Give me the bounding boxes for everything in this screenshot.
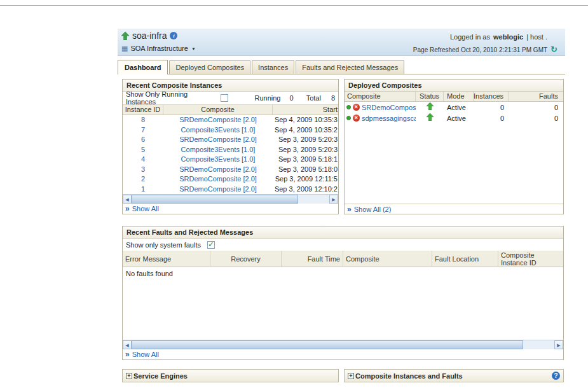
- panel-title: Recent Faults and Rejected Messages: [123, 226, 563, 239]
- tab-dashboard[interactable]: Dashboard: [118, 60, 168, 74]
- logged-in-label: Logged in as: [450, 33, 490, 41]
- table-row[interactable]: 6 SRDemoComposite [2.0] Sep 3, 2009 5:20…: [123, 135, 338, 145]
- faults-table-body: No faults found: [123, 267, 563, 340]
- service-engines-section[interactable]: + Service Engines: [122, 369, 339, 382]
- composite-link[interactable]: Composite3Events [1.0]: [163, 155, 273, 165]
- table-row[interactable]: 1 SRDemoComposite [2.0] Sep 3, 2009 12:1…: [123, 185, 338, 195]
- deployed-table-header: Composite Status Mode Instances Faults: [345, 92, 563, 102]
- status-up-arrow-icon: [427, 113, 434, 121]
- show-all-link[interactable]: Show All (2): [354, 205, 392, 213]
- instance-id-link[interactable]: 3: [123, 165, 163, 175]
- instance-id-link[interactable]: 2: [123, 174, 163, 185]
- status-up-arrow-icon: [427, 102, 434, 110]
- column-composite: Composite: [345, 92, 416, 101]
- running-count: 0: [290, 94, 294, 102]
- composite-link[interactable]: sdpmessagingsca: [362, 113, 416, 123]
- show-all-link[interactable]: Show All: [132, 205, 159, 212]
- running-filter-checkbox[interactable]: [221, 94, 228, 102]
- status-up-cell: [416, 102, 444, 113]
- composite-link[interactable]: SRDemoComposite [2.0]: [163, 115, 273, 125]
- instances-cell: 0: [474, 102, 509, 113]
- scroll-track[interactable]: [132, 195, 329, 204]
- table-row[interactable]: × SRDemoComposi Active 0 0: [345, 102, 563, 113]
- tab-deployed-composites[interactable]: Deployed Composites: [169, 60, 250, 74]
- horizontal-scrollbar[interactable]: ◀ ▶: [123, 194, 338, 204]
- table-row[interactable]: × sdpmessagingsca Active 0 0: [345, 113, 563, 123]
- composite-link[interactable]: SRDemoComposite [2.0]: [163, 165, 273, 175]
- faults-cell: 0: [509, 102, 563, 113]
- scroll-left-icon[interactable]: ◀: [123, 195, 132, 204]
- horizontal-scrollbar[interactable]: ◀ ▶: [123, 340, 563, 349]
- expand-icon[interactable]: +: [348, 373, 354, 379]
- instance-id-link[interactable]: 5: [123, 145, 163, 155]
- instances-table-body: 8 SRDemoComposite [2.0] Sep 4, 2009 10:3…: [123, 115, 338, 194]
- instance-id-link[interactable]: 6: [123, 135, 163, 145]
- instance-id-link[interactable]: 7: [123, 125, 163, 136]
- start-time: Sep 3, 2009 5:18:1: [273, 155, 338, 165]
- instances-filter-row: Show Only Running Instances Running 0 To…: [123, 92, 338, 105]
- login-separator: |: [526, 33, 528, 41]
- table-row[interactable]: 7 Composite3Events [1.0] Sep 4, 2009 10:…: [123, 125, 338, 136]
- table-row[interactable]: 3 SRDemoComposite [2.0] Sep 3, 2009 5:18…: [123, 165, 338, 175]
- show-all-row: » Show All (2): [345, 204, 563, 214]
- instances-table-header: Instance ID Composite Start: [123, 105, 338, 115]
- column-fault-location: Fault Location: [432, 251, 498, 267]
- table-row[interactable]: 5 Composite3Events [1.0] Sep 3, 2009 5:2…: [123, 145, 338, 155]
- scroll-right-icon[interactable]: ▶: [554, 340, 563, 349]
- scroll-left-icon[interactable]: ◀: [123, 340, 132, 349]
- show-all-icon: »: [125, 205, 130, 212]
- scroll-track[interactable]: [132, 340, 554, 349]
- composite-instances-and-faults-section[interactable]: + Composite Instances and Faults ?: [344, 369, 564, 382]
- green-dot-icon: [346, 116, 351, 120]
- scroll-right-icon[interactable]: ▶: [329, 195, 338, 204]
- mode-cell: Active: [444, 113, 474, 123]
- instance-id-link[interactable]: 8: [123, 115, 163, 125]
- start-time: Sep 3, 2009 5:18:0: [273, 165, 338, 175]
- column-status: Status: [416, 92, 444, 101]
- show-all-icon: »: [125, 351, 130, 358]
- column-error-message: Error Message: [123, 251, 210, 267]
- recent-composite-instances-panel: Recent Composite Instances Show Only Run…: [122, 79, 339, 214]
- logged-in-host: host .: [530, 33, 547, 41]
- column-composite: Composite: [163, 105, 273, 115]
- table-row[interactable]: 2 SRDemoComposite [2.0] Sep 3, 2009 12:1…: [123, 174, 338, 185]
- scroll-thumb[interactable]: [132, 340, 523, 349]
- running-label: Running: [255, 94, 281, 102]
- table-row[interactable]: 8 SRDemoComposite [2.0] Sep 4, 2009 10:3…: [123, 115, 338, 125]
- column-start: Start: [273, 105, 338, 115]
- tab-faults-and-rejected-messages[interactable]: Faults and Rejected Messages: [296, 60, 404, 74]
- page: soa-infra i Logged in as weblogic | host…: [0, 0, 588, 390]
- composite-state-error-icon: ×: [353, 104, 360, 111]
- tab-bar: Dashboard Deployed Composites Instances …: [118, 60, 565, 74]
- soa-infrastructure-menu[interactable]: ▦ SOA Infrastructure ▼: [121, 45, 196, 52]
- tab-instances[interactable]: Instances: [252, 60, 294, 74]
- composite-link[interactable]: Composite3Events [1.0]: [163, 145, 273, 155]
- show-all-icon: »: [347, 205, 352, 213]
- mode-cell: Active: [444, 102, 474, 113]
- scroll-thumb[interactable]: [132, 195, 298, 204]
- login-info: Logged in as weblogic | host .: [450, 33, 547, 41]
- green-dot-icon: [346, 105, 351, 109]
- table-row[interactable]: 4 Composite3Events [1.0] Sep 3, 2009 5:1…: [123, 155, 338, 165]
- target-up-arrow-icon: [121, 32, 129, 40]
- composite-link[interactable]: Composite3Events [1.0]: [163, 125, 273, 136]
- system-faults-checkbox[interactable]: ✓: [207, 241, 215, 249]
- info-icon[interactable]: i: [170, 32, 177, 39]
- section-title: Composite Instances and Faults: [355, 372, 463, 380]
- composite-link[interactable]: SRDemoComposi: [362, 102, 416, 113]
- status-up-cell: [416, 113, 444, 123]
- composite-link[interactable]: SRDemoComposite [2.0]: [163, 185, 273, 195]
- show-all-link[interactable]: Show All: [132, 351, 159, 358]
- start-time: Sep 3, 2009 12:11:5: [273, 174, 338, 185]
- instance-id-link[interactable]: 1: [123, 185, 163, 195]
- system-faults-filter-label: Show only system faults: [126, 241, 201, 249]
- chevron-down-icon: ▼: [191, 46, 196, 51]
- composite-link[interactable]: SRDemoComposite [2.0]: [163, 174, 273, 185]
- refresh-icon[interactable]: ↻: [550, 46, 557, 53]
- composite-link[interactable]: SRDemoComposite [2.0]: [163, 135, 273, 145]
- expand-icon[interactable]: +: [126, 373, 132, 379]
- start-time: Sep 3, 2009 5:20:3: [273, 135, 338, 145]
- empty-area: [345, 123, 563, 204]
- help-icon[interactable]: ?: [552, 372, 560, 380]
- instance-id-link[interactable]: 4: [123, 155, 163, 165]
